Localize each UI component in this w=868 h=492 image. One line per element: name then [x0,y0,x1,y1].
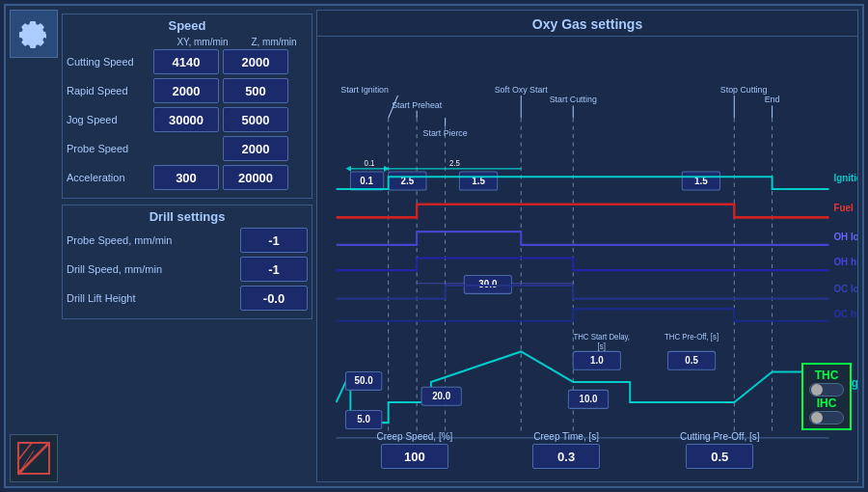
xy-header: XY, mm/min [169,37,236,47]
main-title: Oxy Gas settings [317,11,857,37]
ihc-toggle[interactable] [809,411,844,424]
acceleration-xy[interactable]: 300 [153,165,219,190]
oc-low-label: OC low [833,284,857,294]
jog-speed-row: Jog Speed 30000 5000 [67,107,308,132]
drill-title: Drill settings [67,209,308,224]
rapid-speed-z[interactable]: 500 [223,78,288,103]
gear-icon [18,18,49,49]
svg-text:0.1: 0.1 [365,158,375,167]
probe-speed-row: Probe Speed — 2000 [67,136,308,161]
cutting-preoff-label: Cutting Pre-Off, [s] [680,431,760,442]
rapid-speed-label: Rapid Speed [67,85,153,96]
probe-speed-z[interactable]: 2000 [223,136,288,161]
drill-speed-label: Drill Speed, mm/min [67,263,240,275]
svg-line-2 [18,443,32,460]
ignition-signal-label: Ignition [833,172,857,182]
drill-speed-val[interactable]: -1 [240,257,308,282]
acceleration-z[interactable]: 20000 [223,165,288,190]
speed-title: Speed [67,18,308,33]
svg-text:50.0: 50.0 [355,375,373,386]
stop-cutting-label: Stop Cutting [720,85,768,95]
svg-text:0.5: 0.5 [685,355,698,366]
oh-low-label: OH low [833,231,857,241]
creep-time-label: Creep Time, [s] [533,431,599,442]
fuel-signal-label: Fuel [833,203,853,213]
svg-line-1 [18,443,49,474]
main-panel: Oxy Gas settings [316,10,858,482]
creep-time-group: Creep Time, [s] 0.3 [532,431,600,469]
drill-lift-row: Drill Lift Height -0.0 [67,286,308,311]
svg-text:30.0: 30.0 [478,279,497,289]
creep-speed-val[interactable]: 100 [381,444,448,469]
logo-icon [16,441,51,476]
svg-text:2.5: 2.5 [449,158,460,167]
end-label: End [765,95,780,104]
creep-speed-group: Creep Speed, [%] 100 [376,431,452,469]
thc-preoff-label: THC Pre-Off, [s] [665,333,719,342]
logo-box [10,434,58,482]
thc-toggle[interactable] [809,383,844,396]
drill-section: Drill settings Probe Speed, mm/min -1 Dr… [62,205,312,319]
probe-speed-drill-row: Probe Speed, mm/min -1 [67,228,308,253]
cutting-preoff-group: Cutting Pre-Off, [s] 0.5 [680,431,760,469]
thc-label: THC [815,369,839,382]
jog-speed-xy[interactable]: 30000 [153,107,219,132]
svg-text:20.0: 20.0 [432,391,450,401]
soft-oxy-start-label: Soft Oxy Start [495,85,548,95]
jog-speed-z[interactable]: 5000 [223,107,288,132]
rapid-speed-row: Rapid Speed 2000 500 [67,78,308,103]
creep-speed-label: Creep Speed, [%] [376,431,452,442]
z-header: Z, mm/min [240,37,308,47]
svg-text:5.0: 5.0 [357,414,370,424]
acceleration-row: Acceleration 300 20000 [67,165,308,190]
svg-text:1.0: 1.0 [590,355,604,366]
acceleration-label: Acceleration [67,172,153,183]
ihc-label: IHC [817,396,837,410]
drill-lift-label: Drill Lift Height [67,292,240,304]
start-ignition-label: Start Ignition [340,85,389,95]
thc-panel: THC IHC [801,363,852,430]
svg-text:[s]: [s] [598,342,606,351]
cutting-speed-label: Cutting Speed [67,56,153,68]
start-pierce-label: Start Pierce [423,128,468,138]
oh-high-label: OH high [833,257,857,267]
svg-text:10.0: 10.0 [579,394,597,404]
creep-time-val[interactable]: 0.3 [532,444,600,469]
oc-high-label: OC high [833,308,857,318]
start-preheat-label: Start Preheat [392,99,442,109]
drill-lift-val[interactable]: -0.0 [240,286,308,311]
gear-icon-box[interactable] [10,10,58,58]
speed-section: Speed XY, mm/min Z, mm/min Cutting Speed… [62,14,312,199]
cutting-speed-row: Cutting Speed 4140 2000 [67,49,308,74]
probe-speed-drill-label: Probe Speed, mm/min [67,234,240,246]
jog-speed-label: Jog Speed [67,114,153,125]
chart-area: Start Ignition Start Preheat Start Pierc… [317,37,857,478]
left-panel: Speed XY, mm/min Z, mm/min Cutting Speed… [62,10,312,482]
cutting-preoff-val[interactable]: 0.5 [686,444,753,469]
cutting-speed-xy[interactable]: 4140 [153,49,219,74]
svg-text:0.1: 0.1 [360,175,373,185]
rapid-speed-xy[interactable]: 2000 [153,78,219,103]
probe-speed-label: Probe Speed [67,143,153,154]
start-cutting-label: Start Cutting [550,95,597,104]
probe-speed-drill-val[interactable]: -1 [240,228,308,253]
chart-svg: Start Ignition Start Preheat Start Pierc… [317,37,857,478]
cutting-speed-z[interactable]: 2000 [223,49,288,74]
thc-delay-label: THC Start Delay, [573,333,630,342]
drill-speed-row: Drill Speed, mm/min -1 [67,257,308,282]
